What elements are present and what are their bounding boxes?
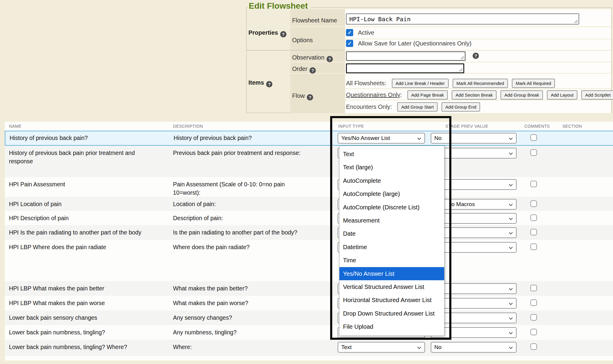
dropdown-option[interactable]: Time <box>339 254 444 267</box>
comments-checkbox[interactable] <box>530 229 537 235</box>
dropdown-option[interactable]: File Upload <box>339 320 444 333</box>
item-name: Lower back pain numbness, tingling? <box>9 328 163 336</box>
help-icon[interactable]: ? <box>327 56 333 62</box>
comments-checkbox[interactable] <box>530 314 537 321</box>
flow-action-button[interactable]: Add Section Break <box>452 90 497 100</box>
comments-checkbox[interactable] <box>530 149 537 156</box>
flow-button-group: Questionnaires Only: Add Page BreakAdd S… <box>346 90 613 100</box>
item-name: HPI Description of pain <box>9 214 163 222</box>
help-icon[interactable]: ? <box>280 31 286 37</box>
properties-section-label: Properties? <box>248 29 286 37</box>
item-name: HPI LBP What makes the pain better <box>9 284 163 293</box>
chevron-down-icon <box>509 245 513 249</box>
checkbox-label: Allow Save for Later (Questionnaires Onl… <box>358 40 471 47</box>
flowsheet-name-input[interactable]: HPI-Low Back Pain <box>346 13 579 25</box>
item-name: HPI Pain Assessment <box>9 180 163 188</box>
help-icon[interactable]: ? <box>309 67 316 74</box>
chevron-down-icon <box>509 136 513 140</box>
input-type-select[interactable]: Yes/No Answer List <box>338 133 425 144</box>
items-section-label: Items? <box>248 79 272 87</box>
comments-checkbox[interactable] <box>530 329 537 335</box>
item-description: Location of pain: <box>173 200 314 208</box>
flow-action-button[interactable]: Add Page Break <box>407 90 448 100</box>
table-row[interactable]: HPI LBP Where does the pain radiate Wher… <box>5 240 613 281</box>
chevron-down-icon <box>417 345 421 349</box>
table-row[interactable]: HPI Description of pain Description of p… <box>5 211 613 225</box>
chevron-down-icon <box>509 331 513 334</box>
item-name: Lower back pain numbness, tingling? Wher… <box>9 343 163 351</box>
dropdown-option[interactable]: AutoComplete (Discrete List) <box>339 201 444 214</box>
dropdown-option[interactable]: Date <box>339 227 444 240</box>
dropdown-option[interactable]: Text <box>339 147 444 161</box>
column-header: STAGE PREV VALUE <box>445 124 488 129</box>
flow-action-button[interactable]: Add Scriptlet <box>581 90 613 100</box>
item-description: Pain Assessment (Scale of 0-10: 0=no pai… <box>173 180 314 197</box>
flow-action-button[interactable]: Add Group Start <box>397 102 437 112</box>
flow-group-label-text: All Flowsheets <box>346 80 385 86</box>
chevron-down-icon <box>509 151 513 155</box>
comments-checkbox[interactable] <box>530 181 537 187</box>
table-row[interactable]: HPI Pain Assessment Pain Assessment (Sca… <box>5 177 613 197</box>
comments-checkbox[interactable] <box>530 200 537 207</box>
flow-group-label-text: Questionnaires Only <box>346 92 400 98</box>
table-row[interactable]: Lower back pain sensory changes Any sens… <box>5 310 613 325</box>
chevron-down-icon <box>509 301 513 305</box>
dropdown-option[interactable]: Drop Down Structured Answer List <box>339 307 444 320</box>
column-header: NAME <box>9 124 22 129</box>
chevron-down-icon <box>509 231 513 234</box>
observation-input[interactable] <box>346 51 465 61</box>
dropdown-option[interactable]: Horizontal Structured Answer List <box>339 293 444 307</box>
checked-checkbox[interactable]: ✓ <box>346 40 353 47</box>
stage-prev-value-select[interactable]: No <box>431 133 517 144</box>
option-checkbox-row: ✓ Allow Save for Later (Questionnaires O… <box>346 40 471 47</box>
dropdown-option[interactable]: AutoComplete <box>339 174 444 187</box>
table-row[interactable]: Lower back pain numbness, tingling? Any … <box>5 325 613 340</box>
help-icon[interactable]: ? <box>307 94 313 100</box>
items-label-text: Items <box>248 79 264 86</box>
table-row[interactable]: HPI Location of pain Location of pain: t… <box>5 197 613 211</box>
stage-prev-value-select[interactable]: No <box>431 342 517 353</box>
flow-action-button[interactable]: Add Group Break <box>500 90 543 100</box>
item-description: What makes the pain better? <box>173 284 314 293</box>
item-name: HPI LBP Where does the pain radiate <box>9 243 163 251</box>
flow-button-group: Encounters Only: Add Group StartAdd Grou… <box>346 102 480 112</box>
table-row[interactable]: Lower back pain numbness, tingling? Wher… <box>5 340 613 356</box>
flow-action-button[interactable]: Mark All Recommended <box>453 79 508 88</box>
help-icon[interactable]: ? <box>266 81 272 87</box>
table-header-row: NAMEDESCRIPTIONINPUT TYPESTAGE PREV VALU… <box>5 122 613 131</box>
comments-checkbox[interactable] <box>530 243 537 250</box>
dropdown-option[interactable]: Datetime <box>339 240 444 254</box>
flow-action-button[interactable]: Add Group End <box>441 102 480 112</box>
table-row[interactable]: History of previous back pain? History o… <box>5 131 613 146</box>
order-input[interactable] <box>346 63 464 73</box>
comments-checkbox[interactable] <box>530 134 537 141</box>
dropdown-option[interactable]: Text (large) <box>339 161 444 174</box>
dropdown-option[interactable]: Measurement <box>339 214 444 227</box>
checked-checkbox[interactable]: ✓ <box>346 29 353 36</box>
comments-checkbox[interactable] <box>530 343 537 350</box>
comments-checkbox[interactable] <box>530 285 537 291</box>
checkbox-label: Active <box>358 29 374 36</box>
flow-group-label-text: Encounters Only <box>346 103 390 110</box>
flow-action-button[interactable]: Mark All Required <box>512 79 555 88</box>
flowsheet-name-value: HPI-Low Back Pain <box>349 16 411 23</box>
column-header: SECTION <box>562 124 582 129</box>
table-row[interactable]: History of previous back pain prior trea… <box>5 146 613 177</box>
flow-action-button[interactable]: Add Layout <box>547 90 577 100</box>
help-icon[interactable]: ? <box>473 53 479 59</box>
table-row[interactable]: HPI Is the pain radiating to another par… <box>5 225 613 240</box>
comments-checkbox[interactable] <box>530 214 537 221</box>
observation-label: Observation? <box>292 54 333 62</box>
table-row[interactable]: HPI LBP What makes the pain worse What m… <box>5 296 613 310</box>
dropdown-option[interactable]: Vertical Structured Answer List <box>339 280 444 293</box>
input-type-value: Yes/No Answer List <box>341 135 390 141</box>
comments-checkbox[interactable] <box>530 299 537 306</box>
column-header: COMMENTS <box>524 124 550 129</box>
flow-group-colon: : <box>390 103 392 110</box>
dropdown-option[interactable]: Yes/No Answer List <box>339 267 444 280</box>
item-name: History of previous back pain? <box>10 134 164 142</box>
table-row[interactable]: HPI LBP What makes the pain better What … <box>5 281 613 296</box>
flow-action-button[interactable]: Add Line Break / Header <box>392 79 449 88</box>
dropdown-option[interactable]: AutoComplete (large) <box>339 187 444 200</box>
input-type-select[interactable]: Text <box>338 342 425 353</box>
